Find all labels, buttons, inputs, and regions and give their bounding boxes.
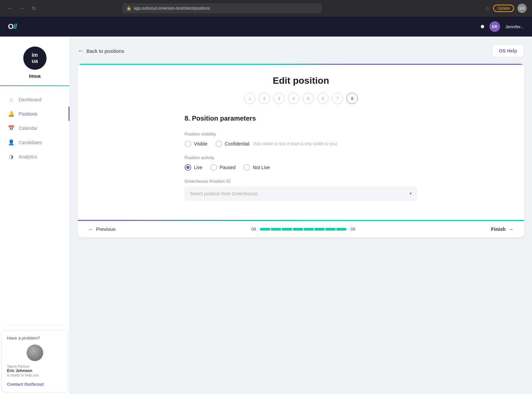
forward-nav-button[interactable]: →	[17, 4, 27, 13]
url-text: app.outscout.io/version-test/client/posi…	[134, 6, 210, 11]
back-arrow-icon: ←	[78, 48, 84, 54]
card-title: Edit position	[91, 75, 511, 86]
previous-arrow-icon: ←	[88, 226, 93, 232]
analytics-icon: ◑	[8, 153, 15, 160]
edit-position-card: Edit position 1 2 3 4 5 6 7 8 8. Positio…	[78, 64, 524, 237]
progress-seg-6	[315, 228, 325, 231]
contact-outscout-button[interactable]: Contact OutScout	[7, 382, 44, 387]
back-to-positions-button[interactable]: ← Back to positions	[78, 48, 124, 54]
help-description: is ready to help you	[7, 373, 63, 377]
position-visibility-group: Position visibility Visible Confidential…	[185, 132, 417, 147]
step-4[interactable]: 4	[288, 93, 299, 104]
user-avatar: ER	[489, 21, 500, 32]
sidebar-item-dashboard[interactable]: ⌂ Dashboard	[0, 93, 69, 107]
outscout-logo: O//	[8, 22, 17, 31]
paused-radio[interactable]	[210, 164, 217, 171]
sidebar-item-positions[interactable]: 🔔 Positions	[0, 107, 69, 121]
sidebar-nav: ⌂ Dashboard 🔔 Positions 📅 Calendar 👤 Can…	[0, 89, 69, 322]
talent-partner-avatar	[27, 345, 43, 361]
finish-arrow-icon: →	[508, 226, 513, 232]
reload-button[interactable]: ↻	[29, 4, 39, 13]
card-bottom: ← Previous 08	[78, 220, 524, 237]
browser-chrome: ← → ↻ 🔒 app.outscout.io/version-test/cli…	[0, 0, 532, 17]
finish-button[interactable]: Finish →	[491, 226, 513, 232]
help-title: Have a problem?	[7, 336, 63, 341]
step-7[interactable]: 7	[332, 93, 343, 104]
step-5[interactable]: 5	[303, 93, 314, 104]
progress-bar	[260, 228, 346, 231]
visible-option[interactable]: Visible	[185, 141, 207, 147]
user-icon: 👤	[8, 139, 15, 146]
section-title: 8. Position parameters	[185, 115, 417, 122]
greenhouse-group: Greenhouse Position ID Select position f…	[185, 179, 417, 201]
company-logo: im ua	[23, 47, 47, 70]
sidebar-item-analytics[interactable]: ◑ Analytics	[0, 149, 69, 164]
progress-end-num: 08	[350, 227, 355, 232]
app-header: O// ER Jennifer...	[0, 17, 532, 37]
positions-label: Positions	[19, 111, 38, 117]
confidential-label: Confidential	[225, 141, 249, 147]
update-button[interactable]: Update	[493, 5, 514, 12]
company-name: Imua	[29, 73, 41, 79]
previous-label: Previous	[96, 226, 115, 232]
greenhouse-select[interactable]: Select position from Greenhouse	[185, 186, 417, 201]
confidential-option[interactable]: Confidential (Not visible to rest of tea…	[215, 141, 337, 147]
bell-icon: 🔔	[8, 111, 15, 117]
progress-seg-1	[260, 228, 270, 231]
previous-button[interactable]: ← Previous	[88, 226, 115, 232]
not-live-option[interactable]: Not Live	[243, 164, 270, 171]
progress-seg-5	[304, 228, 314, 231]
live-option[interactable]: Live	[185, 164, 202, 171]
step-indicators: 1 2 3 4 5 6 7 8	[91, 93, 511, 104]
sidebar-item-candidates[interactable]: 👤 Candidates	[0, 135, 69, 149]
content-area: ← Back to positions OS Help Edit positio…	[70, 37, 532, 394]
card-content: Edit position 1 2 3 4 5 6 7 8 8. Positio…	[78, 65, 524, 220]
sidebar-item-calendar[interactable]: 📅 Calendar	[0, 121, 69, 135]
calendar-label: Calendar	[19, 126, 38, 131]
talent-partner-role: Talent Partner	[7, 364, 63, 368]
step-1[interactable]: 1	[244, 93, 255, 104]
username-label: Jennifer...	[505, 24, 524, 29]
calendar-icon: 📅	[8, 125, 15, 131]
visible-radio[interactable]	[185, 141, 191, 147]
progress-seg-2	[271, 228, 281, 231]
dashboard-label: Dashboard	[19, 97, 42, 102]
step-2[interactable]: 2	[259, 93, 270, 104]
greenhouse-select-wrapper: Select position from Greenhouse ▼	[185, 186, 417, 201]
live-radio[interactable]	[185, 164, 191, 171]
not-live-label: Not Live	[253, 165, 270, 170]
not-live-radio[interactable]	[243, 164, 250, 171]
talent-partner-name: Eric Johnson	[7, 368, 63, 373]
candidates-label: Candidates	[19, 140, 42, 145]
sidebar-bottom-divider	[7, 325, 63, 325]
paused-option[interactable]: Paused	[210, 164, 235, 171]
step-8[interactable]: 8	[346, 93, 358, 104]
header-right: ER Jennifer...	[481, 21, 524, 32]
greenhouse-label: Greenhouse Position ID	[185, 179, 417, 184]
analytics-label: Analytics	[19, 154, 37, 159]
back-nav-button[interactable]: ←	[5, 4, 15, 13]
company-logo-area: im ua Imua	[0, 43, 69, 85]
live-label: Live	[194, 165, 202, 170]
visible-label: Visible	[194, 141, 207, 147]
visibility-radio-group: Visible Confidential (Not visible to res…	[185, 141, 417, 147]
progress-area: 08 08	[251, 227, 355, 232]
progress-seg-7	[326, 228, 335, 231]
home-icon: ⌂	[8, 97, 15, 103]
bookmark-icon[interactable]: ☆	[485, 5, 490, 12]
bottom-nav: ← Previous 08	[78, 221, 524, 237]
progress-seg-4	[293, 228, 303, 231]
os-help-button[interactable]: OS Help	[492, 45, 524, 57]
lock-icon: 🔒	[126, 6, 131, 11]
step-6[interactable]: 6	[317, 93, 329, 104]
progress-seg-3	[282, 228, 292, 231]
address-bar[interactable]: 🔒 app.outscout.io/version-test/client/po…	[122, 3, 322, 13]
main-container: im ua Imua ⌂ Dashboard 🔔 Positions 📅 Cal…	[0, 37, 532, 394]
confidential-radio[interactable]	[215, 141, 222, 147]
progress-start-num: 08	[251, 227, 256, 232]
section-container: 8. Position parameters Position visibili…	[185, 115, 417, 201]
back-label: Back to positions	[86, 48, 124, 54]
step-3[interactable]: 3	[273, 93, 285, 104]
help-card: Have a problem? Talent Partner Eric John…	[1, 330, 68, 393]
sidebar-top-divider	[0, 85, 69, 86]
